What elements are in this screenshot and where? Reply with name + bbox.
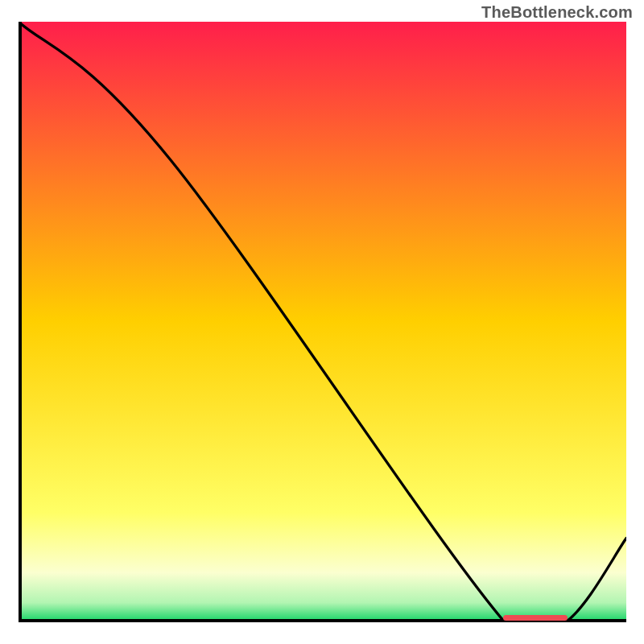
chart-canvas: TheBottleneck.com [0, 0, 644, 644]
chart-svg [19, 22, 626, 622]
site-watermark: TheBottleneck.com [481, 3, 633, 22]
y-axis-line [19, 22, 22, 622]
plot-area [19, 22, 626, 622]
gradient-bg [21, 22, 626, 621]
sweet-spot-marker [503, 615, 568, 621]
